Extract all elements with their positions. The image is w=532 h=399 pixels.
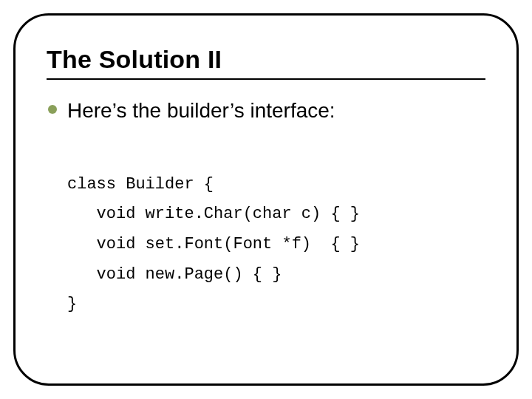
code-line: } [67, 295, 77, 313]
code-line: void write.Char(char c) { } [67, 205, 360, 223]
code-line: void set.Font(Font *f) { } [67, 235, 360, 253]
bullet-text: Here’s the builder’s interface: [67, 98, 335, 123]
slide-frame: The Solution II Here’s the builder’s int… [13, 13, 519, 386]
bullet-item: Here’s the builder’s interface: [48, 98, 485, 123]
title-underline [47, 78, 485, 80]
code-line: class Builder { [67, 175, 214, 194]
code-line: void new.Page() { } [67, 265, 282, 284]
code-block: class Builder { void write.Char(char c) … [67, 140, 485, 350]
bullet-icon [48, 105, 57, 114]
slide: The Solution II Here’s the builder’s int… [0, 0, 532, 399]
slide-title: The Solution II [47, 45, 485, 74]
